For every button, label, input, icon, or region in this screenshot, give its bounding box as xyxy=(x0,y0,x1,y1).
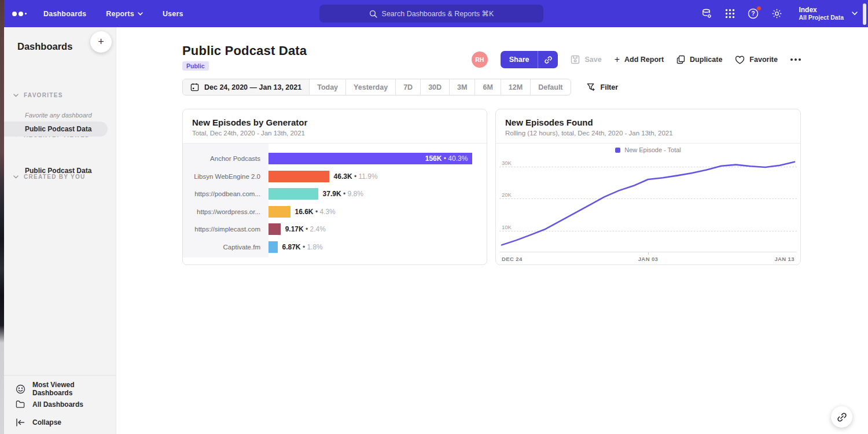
date-range-picker[interactable]: Dec 24, 2020 — Jan 13, 2021 xyxy=(183,79,309,95)
preset-yesterday[interactable]: Yesterday xyxy=(345,79,395,95)
project-switcher[interactable]: Index All Project Data xyxy=(799,6,858,21)
dashboard-actions: RH Share Save + Add Report Duplicate xyxy=(472,51,801,68)
favorite-button[interactable]: Favorite xyxy=(735,56,778,64)
filter-label: Filter xyxy=(601,83,619,91)
share-button-label[interactable]: Share xyxy=(501,51,539,68)
chart-legend[interactable]: New Episode - Total xyxy=(496,144,800,156)
bar-category-label: https://wordpress.or... xyxy=(183,208,269,215)
add-report-button[interactable]: + Add Report xyxy=(615,54,664,65)
bar-percent: 1.8% xyxy=(303,243,323,251)
chart-title: New Episodes Found xyxy=(505,117,791,127)
bar-row[interactable]: Captivate.fm 6.87K 1.8% xyxy=(183,238,487,256)
apps-grid-icon[interactable] xyxy=(725,9,735,19)
date-controls: Dec 24, 2020 — Jan 13, 2021 Today Yester… xyxy=(182,79,618,95)
bar-row[interactable]: Anchor Podcasts 156K 40.3% xyxy=(183,150,487,168)
favorite-label: Favorite xyxy=(749,56,778,64)
date-range-label: Dec 24, 2020 — Jan 13, 2021 xyxy=(204,83,301,91)
app-logo-icon[interactable] xyxy=(12,12,35,16)
settings-gear-icon[interactable] xyxy=(771,8,782,19)
help-icon[interactable]: ? xyxy=(748,8,759,19)
more-options-button[interactable] xyxy=(790,58,801,61)
search-input[interactable]: Search Dashboards & Reports ⌘K xyxy=(319,5,543,23)
duplicate-button[interactable]: Duplicate xyxy=(676,55,722,64)
footer-item-label: Collapse xyxy=(32,418,61,426)
legend-swatch xyxy=(615,148,620,153)
bar-percent: 4.3% xyxy=(315,208,336,216)
section-favorites[interactable]: FAVORITES xyxy=(13,92,63,98)
x-tick-label: JAN 13 xyxy=(774,256,795,262)
bar-percent: 11.9% xyxy=(354,172,378,181)
chevron-down-icon xyxy=(13,94,19,97)
link-icon xyxy=(837,412,847,422)
filter-button[interactable]: Filter xyxy=(587,83,619,91)
bar-percent: 2.4% xyxy=(306,225,326,233)
chart-title: New Episodes by Generator xyxy=(192,117,477,127)
bar-row[interactable]: https://wordpress.or... 16.6K 4.3% xyxy=(183,203,487,221)
copy-link-icon[interactable] xyxy=(538,51,558,68)
search-icon xyxy=(369,10,377,18)
project-scope: All Project Data xyxy=(799,14,844,21)
share-button[interactable]: Share xyxy=(501,51,558,68)
x-tick xyxy=(648,252,649,255)
preset-30d[interactable]: 30D xyxy=(420,79,449,95)
bar-chart: Anchor Podcasts 156K 40.3% Libsyn WebEng… xyxy=(183,144,487,258)
preset-7d[interactable]: 7D xyxy=(395,79,420,95)
bar[interactable] xyxy=(269,171,329,182)
section-header-label: FAVORITES xyxy=(24,92,63,98)
public-badge: Public xyxy=(182,61,209,71)
scrollbar-thumb[interactable] xyxy=(863,3,866,25)
preset-3m[interactable]: 3M xyxy=(449,79,475,95)
preset-today[interactable]: Today xyxy=(309,79,345,95)
bar-category-label: Libsyn WebEngine 2.0 xyxy=(183,173,269,180)
preset-default[interactable]: Default xyxy=(530,79,570,95)
plus-icon: + xyxy=(615,54,620,65)
collapse-sidebar-button[interactable]: Collapse xyxy=(16,418,61,426)
search-placeholder: Search Dashboards & Reports ⌘K xyxy=(382,9,494,18)
bar-category-label: Anchor Podcasts xyxy=(183,155,269,162)
all-dashboards-link[interactable]: All Dashboards xyxy=(16,400,83,409)
preset-6m[interactable]: 6M xyxy=(475,79,500,95)
bar[interactable] xyxy=(269,206,290,218)
bar-value: 6.87K xyxy=(282,243,301,251)
nav-link-dashboards[interactable]: Dashboards xyxy=(43,10,86,18)
data-management-icon[interactable] xyxy=(701,8,712,19)
bar[interactable]: 156K 40.3% xyxy=(269,153,472,164)
chart-subtitle: Total, Dec 24th, 2020 - Jan 13th, 2021 xyxy=(192,130,477,137)
folder-icon xyxy=(16,400,25,409)
sidebar-footer: Most Viewed Dashboards All Dashboards Co… xyxy=(4,375,116,434)
avatar[interactable]: RH xyxy=(472,52,488,68)
bar-percent: 40.3% xyxy=(444,155,468,163)
top-nav: Dashboards Reports Users Search Dashboar… xyxy=(4,0,868,27)
floating-copy-link-button[interactable] xyxy=(831,406,852,428)
heart-icon xyxy=(735,56,745,64)
smiley-icon xyxy=(16,384,25,394)
most-viewed-dashboards-link[interactable]: Most Viewed Dashboards xyxy=(16,381,116,397)
footer-item-label: Most Viewed Dashboards xyxy=(32,381,116,397)
add-report-label: Add Report xyxy=(624,56,664,64)
sidebar-item-public-podcast-data[interactable]: Public Podcast Data xyxy=(4,163,91,178)
save-button[interactable]: Save xyxy=(571,55,601,64)
bar-row[interactable]: https://simplecast.com 9.17K 2.4% xyxy=(183,220,487,238)
add-dashboard-button[interactable]: + xyxy=(90,31,112,53)
bar-category-label: Captivate.fm xyxy=(183,244,269,251)
bar[interactable] xyxy=(269,188,318,200)
chart-subtitle: Rolling (12 hours), total, Dec 24th, 202… xyxy=(505,130,791,137)
bar-category-label: https://podbean.com... xyxy=(183,190,269,197)
bar-value: 9.17K xyxy=(285,225,304,233)
bar[interactable] xyxy=(269,223,281,235)
nav-link-users[interactable]: Users xyxy=(163,10,183,18)
line-series[interactable] xyxy=(499,156,797,240)
bar-row[interactable]: Libsyn WebEngine 2.0 46.3K 11.9% xyxy=(183,168,487,186)
save-button-label: Save xyxy=(584,56,601,64)
bar[interactable] xyxy=(269,241,278,253)
preset-12m[interactable]: 12M xyxy=(501,79,530,95)
card-new-episodes-found: New Episodes Found Rolling (12 hours), t… xyxy=(495,109,801,265)
save-icon xyxy=(571,55,580,64)
footer-item-label: All Dashboards xyxy=(32,400,83,409)
bar-value: 16.6K xyxy=(295,208,314,216)
bar-row[interactable]: https://podbean.com... 37.9K 9.8% xyxy=(183,185,487,203)
chevron-down-icon xyxy=(138,12,143,16)
sidebar-item-public-podcast-data[interactable]: Public Podcast Data xyxy=(4,122,108,137)
nav-link-reports[interactable]: Reports xyxy=(106,10,143,18)
page-title: Public Podcast Data xyxy=(182,43,307,58)
